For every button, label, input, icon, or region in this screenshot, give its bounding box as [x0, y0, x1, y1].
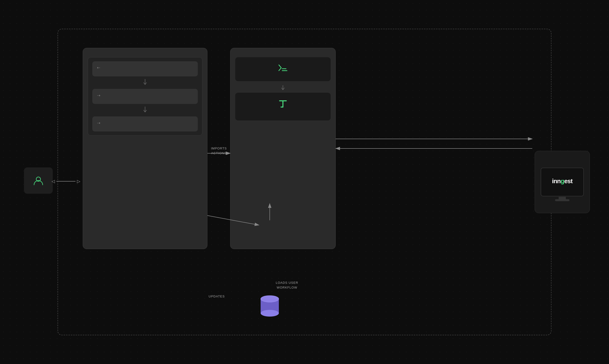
- inngest-logo-main: inn: [552, 177, 561, 185]
- screen-base: [555, 199, 569, 201]
- inngest-logo-text: inngest: [552, 178, 572, 184]
- engine-screen: inngest: [541, 168, 584, 196]
- inngest-function-icon: [277, 63, 289, 73]
- arrow-down-1: [92, 76, 198, 89]
- arrow-both-ways: ◁ ▷: [52, 179, 80, 184]
- invokes-group: [230, 82, 335, 93]
- arrow-right-icon: ▷: [77, 179, 80, 184]
- step-icon-2: ⇢: [97, 93, 100, 98]
- updates-label: UPDATES: [208, 295, 225, 298]
- workflow-item-request-approval: ⇢: [92, 89, 198, 104]
- arrow-invokes-icon: [280, 85, 285, 91]
- svg-point-5: [261, 310, 279, 317]
- frontend-title: [83, 48, 207, 57]
- workflow-item-header: ⇢: [97, 66, 193, 70]
- workflow-item-send-email: ⇢: [92, 61, 198, 76]
- arrow-left-icon: ◁: [52, 179, 55, 184]
- inngest-engine-box: inngest: [535, 151, 590, 213]
- frontend-box: ⇢ ⇢: [83, 48, 208, 249]
- arrow-down-2: [92, 104, 198, 116]
- imports-actions-label: IMPORTSACTIONS: [211, 146, 227, 156]
- step-icon-3: ⇢: [97, 121, 100, 125]
- interacts-with-group: ◁ ▷: [52, 179, 80, 185]
- item-2-name-group: ⇢: [97, 93, 103, 98]
- workflow-item-send-slack: ⇢: [92, 116, 198, 131]
- user-icon-box: [24, 167, 53, 194]
- inngest-logo-accent: g: [561, 177, 564, 185]
- workflow-list: ⇢ ⇢: [88, 57, 202, 136]
- inngest-logo-end: est: [564, 177, 573, 185]
- backend-title: [230, 48, 335, 57]
- step-icon-1: ⇢: [97, 66, 100, 70]
- database-group: [259, 295, 280, 321]
- inngest-function-box: [235, 57, 331, 81]
- imports-label-text: IMPORTSACTIONS: [211, 147, 227, 155]
- item-name-group: ⇢: [97, 66, 103, 70]
- arrow-down-icon-1: [143, 79, 147, 86]
- workflow-def-icon: [278, 98, 288, 109]
- item-3-name-group: ⇢: [97, 121, 103, 125]
- user-avatar-icon: [33, 175, 44, 186]
- workflow-definition-box: [235, 93, 331, 120]
- engine-screen-content: inngest: [552, 178, 572, 186]
- workflow-item-2-header: ⇢: [97, 93, 193, 98]
- arrow-down-icon-2: [143, 106, 147, 113]
- backend-box: [230, 48, 336, 249]
- database-icon: [259, 295, 280, 318]
- workflow-item-3-header: ⇢: [97, 121, 193, 125]
- arrow-line: [56, 181, 76, 182]
- loads-user-workflow-label: LOADS USERWORKFLOW: [276, 280, 298, 290]
